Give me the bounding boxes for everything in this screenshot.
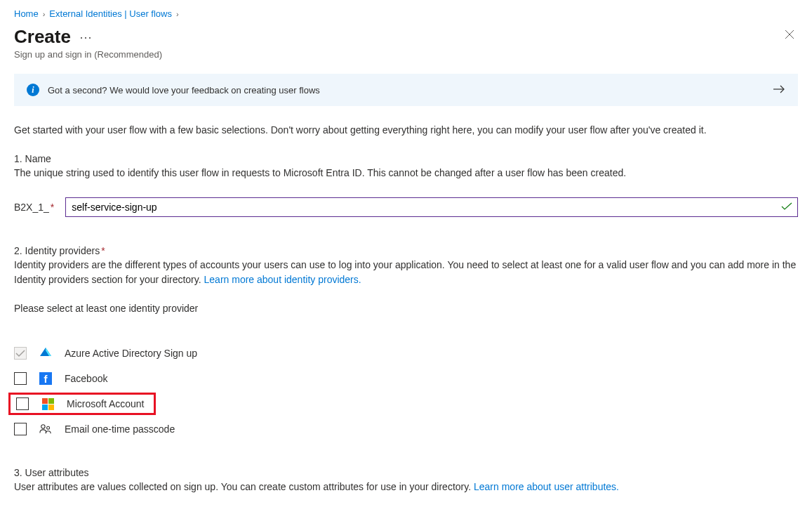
idp-instruction: Please select at least one identity prov… <box>14 303 798 314</box>
azure-ad-icon <box>39 347 52 360</box>
svg-point-7 <box>47 426 50 429</box>
close-button[interactable] <box>781 26 798 45</box>
page-title: Create <box>14 26 71 48</box>
arrow-right-icon <box>773 84 785 96</box>
idp-label-aad: Azure Active Directory Sign up <box>65 348 197 359</box>
close-icon <box>784 29 795 40</box>
idp-checkbox-email-otp[interactable] <box>14 423 27 435</box>
idp-learn-more-link[interactable]: Learn more about identity providers. <box>204 274 361 285</box>
idp-checkbox-facebook[interactable] <box>14 372 27 385</box>
attr-learn-more-link[interactable]: Learn more about user attributes. <box>474 481 619 492</box>
svg-point-6 <box>41 425 45 428</box>
idp-section-desc: Identity providers are the different typ… <box>14 258 798 287</box>
intro-text: Get started with your user flow with a f… <box>14 123 798 138</box>
feedback-text: Got a second? We would love your feedbac… <box>48 85 764 96</box>
page-subtitle: Sign up and sign in (Recommended) <box>14 49 162 60</box>
breadcrumb-external-identities[interactable]: External Identities | User flows <box>49 8 172 19</box>
name-section-label: 1. Name <box>14 153 798 164</box>
microsoft-icon <box>41 397 54 410</box>
idp-label-email-otp: Email one-time passcode <box>65 423 175 435</box>
user-flow-name-input[interactable] <box>65 197 798 217</box>
facebook-icon: f <box>39 372 52 385</box>
idp-item-aad: Azure Active Directory Sign up <box>14 341 798 366</box>
attr-section-desc: User attributes are values collected on … <box>14 480 798 494</box>
idp-checkbox-aad <box>14 347 27 360</box>
attr-section-label: 3. User attributes <box>14 467 798 478</box>
feedback-banner[interactable]: i Got a second? We would love your feedb… <box>14 74 798 106</box>
chevron-right-icon: › <box>43 10 46 18</box>
more-actions-button[interactable]: ⋯ <box>79 31 93 44</box>
idp-item-microsoft-highlighted: Microsoft Account <box>8 393 156 415</box>
valid-check-icon <box>781 202 792 213</box>
breadcrumb-home[interactable]: Home <box>14 8 39 19</box>
idp-list: Azure Active Directory Sign up f Faceboo… <box>14 341 798 442</box>
idp-item-facebook: f Facebook <box>14 366 798 391</box>
idp-section-label: 2. Identity providers* <box>14 245 798 256</box>
name-section-desc: The unique string used to identify this … <box>14 166 798 180</box>
chevron-right-icon: › <box>176 10 179 18</box>
name-input-row: B2X_1_* <box>14 197 798 217</box>
info-icon: i <box>27 84 39 96</box>
idp-checkbox-microsoft[interactable] <box>16 397 29 410</box>
idp-label-facebook: Facebook <box>65 373 107 384</box>
page-header: Create ⋯ Sign up and sign in (Recommende… <box>14 26 798 60</box>
idp-item-email-otp: Email one-time passcode <box>14 416 798 442</box>
email-otp-icon <box>39 423 52 435</box>
idp-label-microsoft: Microsoft Account <box>67 398 145 409</box>
breadcrumb: Home › External Identities | User flows … <box>14 8 798 19</box>
name-prefix: B2X_1_* <box>14 202 54 213</box>
